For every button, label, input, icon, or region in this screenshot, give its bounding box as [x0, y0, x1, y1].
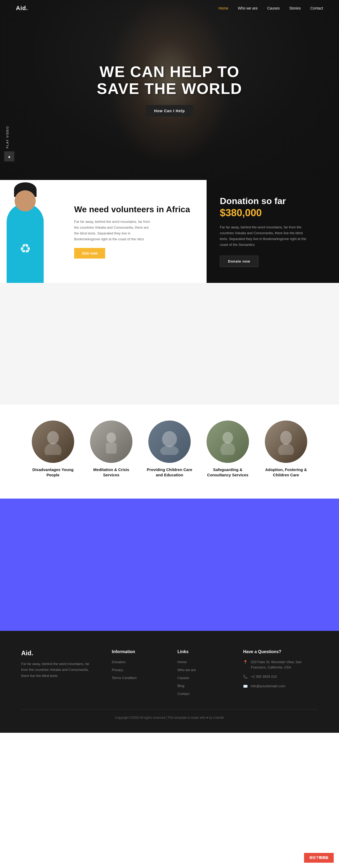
footer-address: 203 Fake St. Mountain View, San Francisc…: [251, 659, 318, 670]
elder-silhouette-icon: [276, 429, 296, 455]
category-circle-4: [206, 421, 249, 463]
footer-nav-contact-anchor[interactable]: Contact: [177, 692, 189, 696]
category-item-2: Meditation & Crisis Services: [87, 421, 135, 477]
footer-bottom: Copyright ©2020 All rights reserved | Th…: [21, 709, 318, 719]
navigation: Aid. Home Who we are Causes Stories Cont…: [0, 0, 339, 17]
category-item-5: Adoption, Fostering & Children Care: [262, 421, 310, 477]
donate-now-button[interactable]: Donate now: [220, 256, 258, 267]
footer-info-title: Information: [112, 649, 162, 654]
footer-phone-item: 📞 +2 392 3929 210: [243, 674, 318, 679]
nav-item-who[interactable]: Who we are: [238, 6, 258, 10]
volunteer-body: ♻: [7, 204, 44, 283]
site-logo[interactable]: Aid.: [16, 5, 28, 12]
donation-panel: Donation so far $380,000 Far far away, b…: [206, 180, 339, 283]
category-label-1: Disadvantages Young People: [29, 467, 77, 477]
svg-point-2: [107, 432, 116, 443]
category-circle-5: [265, 421, 307, 463]
donation-amount: $380,000: [220, 207, 326, 219]
categories-grid: Disadvantages Young People Meditation & …: [21, 421, 318, 477]
volunteer-title: We need volunteers in Africa: [74, 204, 190, 214]
hero-content: WE CAN HELP TO SAVE THE WORLD How Can I …: [77, 63, 262, 117]
footer-link-terms-anchor[interactable]: Terms Condition: [112, 676, 137, 680]
join-now-button[interactable]: Join now: [74, 248, 105, 258]
footer-link-donation[interactable]: Donation: [112, 659, 162, 664]
category-circle-1: [32, 421, 74, 463]
footer-nav-home[interactable]: Home: [177, 659, 227, 664]
footer-nav-blog-anchor[interactable]: Blog: [177, 684, 184, 688]
footer-email-item: ✉️ info@yourdomain.com: [243, 684, 318, 689]
category-circle-3: [148, 421, 191, 463]
recycle-icon: ♻: [20, 241, 31, 256]
nav-link-who[interactable]: Who we are: [238, 6, 258, 10]
footer-links-title: Links: [177, 649, 227, 654]
footer-brand-col: Aid. Far far away, behind the word mount…: [21, 649, 96, 696]
footer: Aid. Far far away, behind the word mount…: [0, 631, 339, 733]
group-silhouette-icon: [159, 429, 180, 455]
phone-icon: 📞: [243, 675, 248, 679]
volunteer-figure: ♻: [0, 180, 50, 283]
svg-point-9: [278, 443, 294, 455]
footer-links-col: Links Home Who we are Causes Blog Contac…: [177, 649, 227, 696]
play-video-button[interactable]: ▲: [4, 151, 14, 161]
hero-title: WE CAN HELP TO SAVE THE WORLD: [77, 63, 262, 97]
footer-nav-contact[interactable]: Contact: [177, 691, 227, 696]
location-icon: 📍: [243, 660, 248, 664]
footer-nav-home-anchor[interactable]: Home: [177, 660, 187, 664]
svg-point-6: [223, 432, 233, 443]
nav-link-contact[interactable]: Contact: [310, 6, 323, 10]
footer-info-links: Donation Privacy Terms Condition: [112, 659, 162, 680]
footer-info-col: Information Donation Privacy Terms Condi…: [112, 649, 162, 696]
svg-point-7: [220, 442, 235, 455]
nav-item-contact[interactable]: Contact: [310, 6, 323, 10]
blue-section: [0, 499, 339, 631]
footer-link-donation-anchor[interactable]: Donation: [112, 660, 125, 664]
how-can-i-help-button[interactable]: How Can I Help: [146, 105, 193, 117]
footer-link-terms[interactable]: Terms Condition: [112, 675, 162, 680]
footer-email: info@yourdomain.com: [251, 684, 285, 689]
donation-description: Far far away, behind the word mountains,…: [220, 224, 310, 248]
grey-spacer: [0, 283, 339, 405]
nav-link-home[interactable]: Home: [219, 6, 228, 10]
footer-contact-col: Have a Questions? 📍 203 Fake St. Mountai…: [243, 649, 318, 696]
hero-section: WE CAN HELP TO SAVE THE WORLD How Can I …: [0, 0, 339, 180]
footer-logo: Aid.: [21, 649, 96, 657]
footer-nav-who-anchor[interactable]: Who we are: [177, 668, 196, 672]
category-label-4: Safeguarding & Consultancy Services: [204, 467, 252, 477]
svg-point-0: [47, 431, 59, 444]
footer-link-privacy-anchor[interactable]: Privacy: [112, 668, 123, 672]
nav-links: Home Who we are Causes Stories Contact: [219, 6, 323, 10]
girl-silhouette-icon: [217, 429, 238, 455]
footer-nav-who[interactable]: Who we are: [177, 668, 227, 672]
category-circle-2: [90, 421, 133, 463]
volunteer-description: Far far away, behind the word mountains,…: [74, 219, 153, 242]
nav-link-causes[interactable]: Causes: [267, 6, 280, 10]
volunteer-head: [15, 190, 36, 212]
nav-item-causes[interactable]: Causes: [267, 6, 280, 10]
footer-link-privacy[interactable]: Privacy: [112, 668, 162, 672]
category-item-3: Providing Children Care and Education: [146, 421, 193, 477]
footer-contact-title: Have a Questions?: [243, 649, 318, 654]
category-item-1: Disadvantages Young People: [29, 421, 77, 477]
donation-title: Donation so far: [220, 196, 326, 206]
copyright-text: Copyright ©2020 All rights reserved | Th…: [115, 716, 224, 719]
split-section: ♻ We need volunteers in Africa Far far a…: [0, 180, 339, 283]
play-video-label: PLAY VIDEO: [6, 126, 9, 148]
footer-nav-links: Home Who we are Causes Blog Contact: [177, 659, 227, 696]
category-label-5: Adoption, Fostering & Children Care: [262, 467, 310, 477]
email-icon: ✉️: [243, 684, 248, 688]
svg-point-8: [280, 431, 292, 444]
categories-section: Disadvantages Young People Meditation & …: [0, 405, 339, 499]
nav-link-stories[interactable]: Stories: [289, 6, 301, 10]
svg-point-1: [45, 443, 61, 455]
nav-item-stories[interactable]: Stories: [289, 6, 301, 10]
footer-nav-causes[interactable]: Causes: [177, 675, 227, 680]
footer-address-item: 📍 203 Fake St. Mountain View, San Franci…: [243, 659, 318, 670]
category-label-2: Meditation & Crisis Services: [87, 467, 135, 477]
footer-description: Far far away, behind the word mountains,…: [21, 661, 96, 679]
footer-grid: Aid. Far far away, behind the word mount…: [21, 649, 318, 696]
svg-point-4: [162, 431, 177, 447]
nav-item-home[interactable]: Home: [219, 6, 228, 10]
footer-nav-causes-anchor[interactable]: Causes: [177, 676, 189, 680]
footer-nav-blog[interactable]: Blog: [177, 683, 227, 688]
child-silhouette-icon: [43, 429, 63, 455]
